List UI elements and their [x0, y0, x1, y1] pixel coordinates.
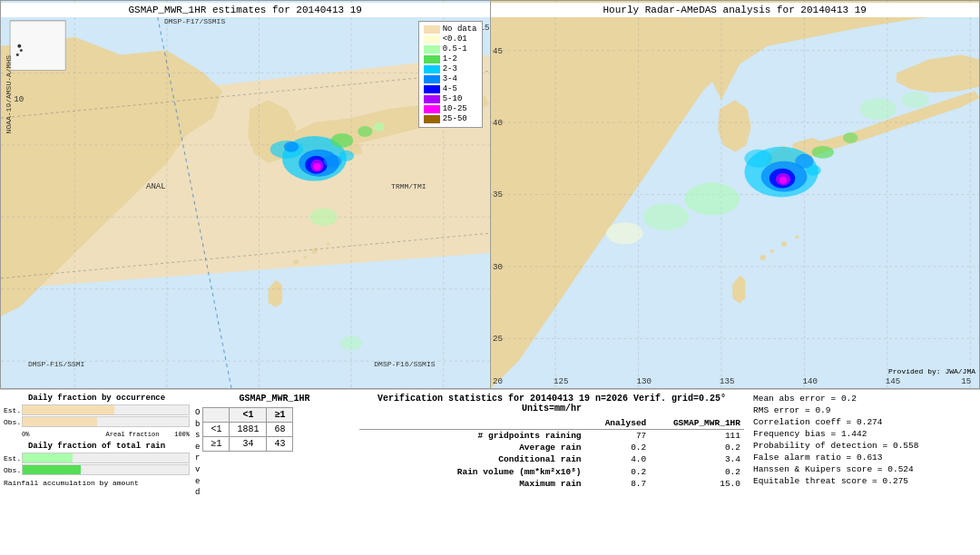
rms-error: RMS error = 0.9: [753, 405, 976, 415]
right-map-title: Hourly Radar-AMeDAS analysis for 2014041…: [491, 3, 980, 17]
svg-point-25: [313, 163, 320, 170]
stats-col-header-1: Analysed: [589, 417, 651, 430]
legend-color-1-2: [424, 55, 440, 63]
cont-cell-11: 1881: [230, 423, 267, 437]
stats-row-4: Maximum rain 8.7 15.0: [359, 478, 744, 490]
svg-point-46: [769, 249, 773, 253]
rain-est-track: [22, 453, 190, 463]
occurrence-obs-fill: [23, 417, 97, 426]
rain-bar-chart: Est. Obs.: [4, 453, 190, 475]
stats-row-2: Conditional rain 4.0 3.4: [359, 453, 744, 465]
rain-obs-row: Obs.: [4, 464, 190, 475]
svg-point-32: [339, 151, 354, 161]
legend-item-05-1: 0.5-1: [424, 44, 477, 54]
svg-text:40: 40: [493, 118, 503, 128]
svg-point-27: [284, 141, 299, 152]
occurrence-axis-left: 0%: [22, 431, 29, 438]
svg-text:15: 15: [961, 376, 971, 386]
contingency-title: GSMAP_MWR_1HR: [195, 394, 354, 404]
legend-item-1-2: 1-2: [424, 54, 477, 63]
stats-val2-2: 3.4: [650, 453, 744, 465]
cont-cell-12: 68: [267, 423, 293, 437]
stats-val1-4: 8.7: [589, 478, 651, 490]
stats-label-1: Average rain: [359, 442, 589, 453]
svg-point-82: [684, 183, 740, 216]
svg-text:10: 10: [14, 94, 24, 104]
rain-obs-label: Obs.: [4, 466, 22, 474]
svg-point-29: [358, 126, 372, 137]
legend-item-4-5: 4-5: [424, 84, 477, 93]
equitable-threat: Equitable threat score = 0.275: [753, 476, 976, 486]
svg-point-86: [901, 92, 928, 108]
svg-text:125: 125: [554, 376, 568, 386]
occurrence-est-fill: [23, 405, 114, 414]
legend-color-lt001: [424, 35, 440, 44]
correlation-coeff: Correlation coeff = 0.274: [753, 417, 976, 427]
rain-chart-title: Daily fraction of total rain: [4, 442, 190, 451]
provided-by-label: Provided by: JWA/JMA: [888, 367, 975, 375]
cont-cell-21: 34: [230, 437, 267, 452]
legend-item-2-3: 2-3: [424, 64, 477, 73]
stats-table: Analysed GSMAP_MWR_1HR # gridpoints rain…: [359, 417, 744, 490]
occurrence-est-row: Est.: [4, 404, 190, 415]
svg-text:135: 135: [719, 376, 733, 386]
svg-point-34: [340, 336, 362, 350]
stats-val1-3: 0.2: [589, 465, 651, 478]
legend-color-3-4: [424, 75, 440, 83]
svg-point-76: [779, 177, 787, 184]
legend-color-5-10: [424, 95, 440, 103]
svg-text:35: 35: [493, 190, 503, 200]
rain-est-fill: [23, 453, 73, 462]
legend-color-nodata: [424, 25, 440, 34]
right-stats: Mean abs error = 0.2 RMS error = 0.9 Cor…: [750, 394, 976, 551]
satellite-label-noaa: NOAA-19/AMSU-A/MHS: [5, 55, 13, 133]
hanssen-kuipers: Hanssen & Kuipers score = 0.524: [753, 464, 976, 474]
cont-header-empty: [203, 408, 230, 423]
stats-label-0: # gridpoints raining: [359, 430, 589, 442]
occurrence-est-label: Est.: [4, 406, 22, 414]
svg-point-7: [327, 242, 330, 246]
svg-point-77: [744, 150, 771, 168]
svg-text:20: 20: [493, 376, 503, 386]
legend-color-25-50: [424, 115, 440, 123]
svg-point-28: [331, 133, 353, 148]
stats-label-3: Rain volume (mm*km²x10⁸): [359, 465, 589, 478]
rain-obs-fill: [23, 465, 81, 474]
rain-obs-track: [22, 464, 190, 475]
stats-val2-1: 0.2: [650, 442, 744, 453]
satellite-label-dmspf16: DMSP-F16/SSMIS: [374, 360, 435, 368]
svg-text:140: 140: [802, 376, 817, 386]
contingency-panel: GSMAP_MWR_1HR Observed <1 ≥1: [195, 394, 354, 551]
svg-point-31: [324, 155, 342, 168]
frequency-bias: Frequency bias = 1.442: [753, 429, 976, 439]
left-map-panel: GSMAP_MWR_1HR estimates for 20140413 19 …: [0, 0, 491, 389]
probability-detection: Probability of detection = 0.558: [753, 441, 976, 451]
stats-label-2: Conditional rain: [359, 453, 589, 465]
legend-color-2-3: [424, 65, 440, 73]
svg-text:145: 145: [885, 376, 899, 386]
svg-point-33: [309, 208, 337, 226]
chart-panel: Daily fraction by occurrence Est. Obs.: [4, 394, 190, 551]
cont-row-label-lt1: <1: [203, 423, 230, 437]
left-map-svg: 15 10 15: [1, 1, 490, 388]
occurrence-chart-title: Daily fraction by occurrence: [4, 394, 190, 403]
svg-point-40: [17, 44, 21, 48]
legend-item-3-4: 3-4: [424, 74, 477, 83]
left-map-title: GSMAP_MWR_1HR estimates for 20140413 19: [1, 3, 490, 17]
svg-point-80: [843, 132, 858, 143]
occurrence-bar-chart: Est. Obs.: [4, 404, 190, 427]
occurrence-axis-right: Areal fraction 100%: [106, 431, 190, 438]
stats-row-3: Rain volume (mm*km²x10⁸) 0.2 0.2: [359, 465, 744, 478]
stats-col-header-2: GSMAP_MWR_1HR: [650, 417, 744, 430]
contingency-table-wrapper: Observed <1 ≥1 <1: [195, 407, 354, 499]
legend-color-4-5: [424, 85, 440, 93]
contingency-table: <1 ≥1 <1 1881 68 ≥1: [202, 407, 293, 452]
occurrence-axis-labels: 0% Areal fraction 100%: [4, 431, 190, 438]
main-container: GSMAP_MWR_1HR estimates for 20140413 19 …: [0, 0, 980, 555]
svg-point-45: [760, 255, 765, 260]
svg-point-85: [859, 98, 897, 120]
bottom-row: Daily fraction by occurrence Est. Obs.: [0, 390, 980, 555]
stats-val1-0: 77: [589, 430, 651, 442]
svg-text:25: 25: [493, 334, 503, 344]
svg-point-79: [811, 146, 833, 159]
